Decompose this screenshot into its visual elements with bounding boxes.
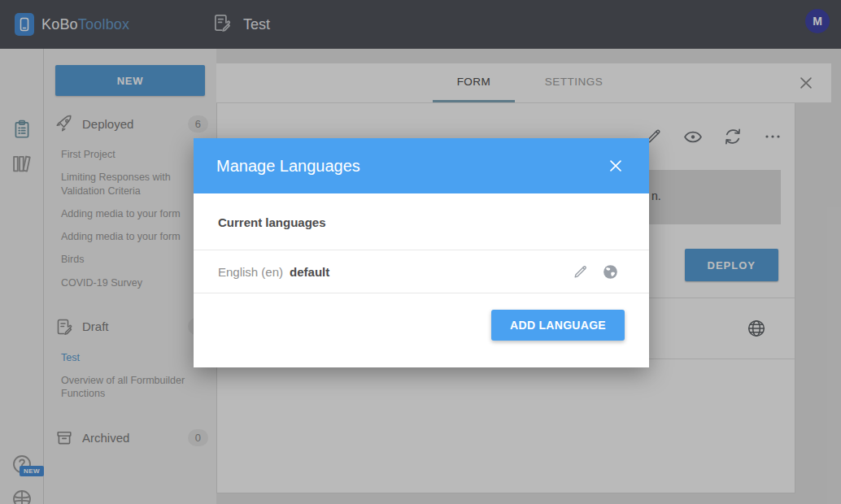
- modal-header: Manage Languages: [194, 138, 649, 193]
- app-root: KoBoToolbox Test M NEW: [0, 0, 841, 504]
- current-languages-label: Current languages: [194, 193, 649, 250]
- language-name: English (en): [218, 265, 283, 279]
- language-row: English (en) default: [194, 250, 649, 293]
- language-globe-icon[interactable]: [601, 263, 619, 280]
- modal-close-icon[interactable]: [605, 155, 626, 176]
- modal-footer: ADD LANGUAGE: [194, 293, 649, 367]
- modal-body: Current languages English (en) default A…: [194, 193, 649, 367]
- language-default-tag: default: [290, 265, 329, 279]
- edit-language-pencil-icon[interactable]: [571, 263, 589, 280]
- manage-languages-modal: Manage Languages Current languages Engli…: [194, 138, 649, 367]
- modal-title: Manage Languages: [216, 157, 605, 176]
- add-language-button[interactable]: ADD LANGUAGE: [491, 310, 625, 341]
